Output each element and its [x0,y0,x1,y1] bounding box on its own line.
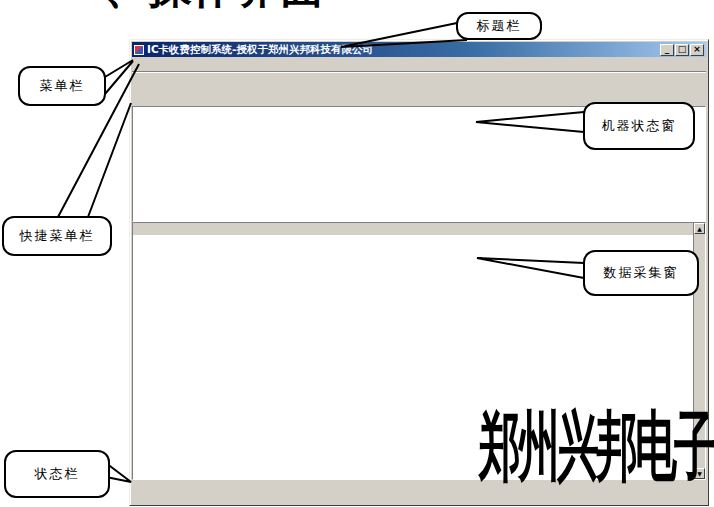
callout-quick-menu-bar-label: 快捷菜单栏 [20,227,95,245]
table-header-row [133,223,694,235]
window-title: IC卡收费控制系统-授权于郑州兴邦科技有限公司 [147,43,659,57]
title-bar[interactable]: IC卡收费控制系统-授权于郑州兴邦科技有限公司 _ □ × [132,42,706,57]
callout-data-collect-label: 数据采集窗 [604,264,679,282]
callout-status-bar: 状态栏 [4,450,110,498]
callout-machine-status-window: 机器状态窗 [583,102,695,150]
callout-machine-status-label: 机器状态窗 [602,117,677,135]
maximize-button[interactable]: □ [675,44,689,56]
callout-data-collect-window: 数据采集窗 [583,250,699,296]
close-button[interactable]: × [690,44,704,56]
menu-bar [132,57,706,72]
app-icon [134,45,144,55]
callout-menu-bar-label: 菜单栏 [40,77,85,95]
minimize-button[interactable]: _ [660,44,674,56]
callout-menu-bar: 菜单栏 [18,66,106,106]
callout-status-bar-label: 状态栏 [35,465,80,483]
callout-title-bar: 标题栏 [456,12,542,40]
vendor-watermark: 郑州兴邦电子 [479,396,713,497]
callout-quick-menu-bar: 快捷菜单栏 [2,216,112,256]
scroll-up-button[interactable]: ▲ [694,223,705,234]
quick-toolbar [132,72,706,105]
page-heading-fragment: 、操作界面 [104,0,324,17]
callout-title-bar-label: 标题栏 [477,17,522,35]
